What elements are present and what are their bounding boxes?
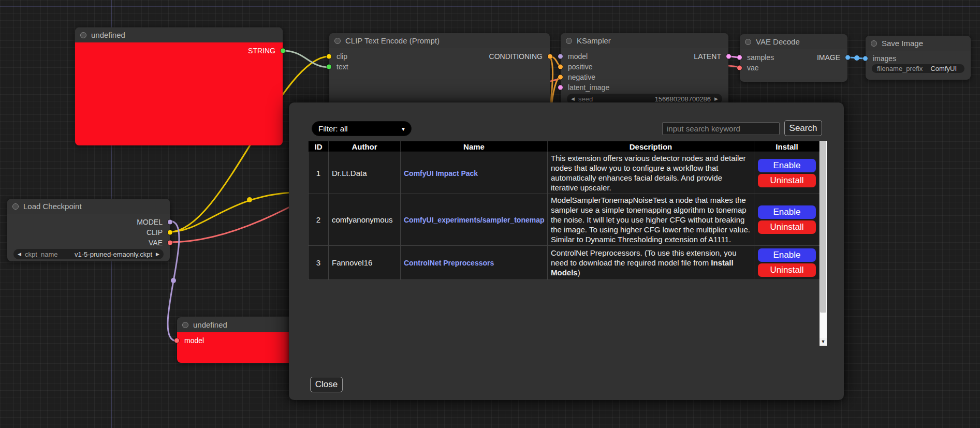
input-slot-clip[interactable]: [327, 54, 331, 59]
wire-string: [283, 51, 329, 67]
output-slot-image[interactable]: [845, 55, 850, 60]
input-slot-samples[interactable]: [737, 55, 742, 60]
node-canvas[interactable]: undefined STRING CLIP Text Encode (Promp…: [0, 0, 980, 428]
close-button[interactable]: Close: [310, 377, 343, 392]
column-header-id: ID: [309, 141, 329, 152]
collapse-dot-icon[interactable]: [80, 32, 86, 38]
collapse-dot-icon[interactable]: [745, 39, 751, 45]
collapse-dot-icon[interactable]: [334, 38, 341, 44]
increment-arrow-icon[interactable]: ▶: [714, 96, 718, 101]
input-slot-text[interactable]: [327, 65, 331, 69]
node-body-error: STRING: [75, 42, 283, 145]
enable-button[interactable]: Enable: [758, 248, 816, 262]
enable-button[interactable]: Enable: [758, 159, 816, 172]
input-slot-positive[interactable]: [558, 65, 563, 69]
column-header-author: Author: [329, 141, 401, 152]
widget-value: v1-5-pruned-emaonly.ckpt: [75, 250, 152, 258]
input-slot-label: negative: [568, 73, 595, 81]
extension-link[interactable]: ControlNet Preprocessors: [404, 259, 494, 267]
node-title: undefined: [193, 320, 227, 329]
collapse-dot-icon[interactable]: [182, 322, 188, 328]
enable-button[interactable]: Enable: [758, 205, 816, 219]
column-header-description: Description: [548, 141, 754, 152]
extension-description: ControlNet Preprocessors. (To use this e…: [548, 246, 754, 280]
extension-table: ID Author Name Description Install 1 Dr.…: [308, 141, 820, 280]
widget-label: ckpt_name: [25, 250, 58, 258]
table-row: 2 comfyanonymous ComfyUI_experiments/sam…: [309, 194, 820, 246]
output-slot-conditioning[interactable]: [548, 54, 552, 59]
node-load-checkpoint[interactable]: Load Checkpoint MODEL CLIP VAE ◀ ckpt_na…: [7, 199, 170, 261]
filter-dropdown[interactable]: Filter: all: [312, 121, 412, 136]
input-slot-label: clip: [337, 52, 347, 61]
node-titlebar[interactable]: Save Image: [866, 36, 971, 51]
node-title: KSampler: [577, 36, 611, 45]
output-slot-label: IMAGE: [817, 53, 840, 62]
scrollbar-thumb[interactable]: [820, 141, 826, 313]
extension-description: ModelSamplerTonemapNoiseTest a node that…: [548, 194, 754, 246]
extension-link[interactable]: ComfyUI_experiments/sampler_tonemap: [404, 216, 545, 224]
node-titlebar[interactable]: VAE Decode: [740, 34, 847, 49]
input-slot-model[interactable]: [174, 338, 179, 343]
extension-id: 3: [309, 246, 329, 280]
input-slot-label: vae: [747, 64, 759, 72]
collapse-dot-icon[interactable]: [566, 38, 572, 44]
extension-link[interactable]: ComfyUI Impact Pack: [404, 169, 478, 178]
collapse-dot-icon[interactable]: [871, 40, 877, 47]
output-slot-model[interactable]: [168, 220, 172, 225]
input-slot-model[interactable]: [558, 54, 563, 59]
node-title: undefined: [91, 31, 125, 39]
node-titlebar[interactable]: undefined: [75, 27, 283, 42]
node-title: Load Checkpoint: [23, 202, 82, 211]
node-save-image[interactable]: Save Image images filename_prefix ComfyU…: [866, 36, 971, 80]
table-row: 3 Fannovel16 ControlNet Preprocessors Co…: [309, 246, 820, 280]
install-cell: Enable Uninstall: [754, 152, 820, 194]
link-dot-model: [171, 278, 176, 283]
table-header-row: ID Author Name Description Install: [309, 141, 820, 152]
input-slot-images[interactable]: [863, 56, 868, 61]
node-undefined-top[interactable]: undefined STRING: [75, 27, 283, 145]
increment-arrow-icon[interactable]: ▶: [156, 252, 159, 257]
output-slot-latent[interactable]: [726, 54, 731, 59]
node-titlebar[interactable]: CLIP Text Encode (Prompt): [329, 33, 550, 48]
input-slot-label: images: [873, 54, 896, 63]
input-slot-vae[interactable]: [737, 66, 742, 70]
node-titlebar[interactable]: KSampler: [561, 33, 728, 48]
scrollbar[interactable]: ▼: [820, 141, 827, 346]
scrollbar-down-arrow-icon[interactable]: ▼: [820, 338, 827, 346]
node-titlebar[interactable]: Load Checkpoint: [7, 199, 170, 214]
input-slot-negative[interactable]: [558, 75, 563, 80]
ckpt-name-widget[interactable]: ◀ ckpt_name v1-5-pruned-emaonly.ckpt ▶: [13, 249, 164, 259]
output-slot-label: LATENT: [694, 52, 721, 61]
filename-prefix-widget[interactable]: filename_prefix ComfyUI: [872, 64, 964, 73]
node-undefined-bottom[interactable]: undefined model: [177, 317, 296, 363]
search-input[interactable]: [662, 122, 780, 135]
output-slot-vae[interactable]: [168, 241, 172, 245]
node-titlebar[interactable]: undefined: [177, 317, 296, 332]
install-cell: Enable Uninstall: [754, 194, 820, 246]
output-slot-string[interactable]: [281, 49, 285, 53]
decrement-arrow-icon[interactable]: ◀: [571, 96, 575, 101]
node-body: model LATENT positive negative latent_im…: [561, 48, 728, 104]
node-body: images filename_prefix ComfyUI: [866, 51, 971, 73]
output-slot-clip[interactable]: [168, 230, 172, 235]
node-title: CLIP Text Encode (Prompt): [345, 36, 440, 45]
widget-label: seed: [578, 95, 593, 103]
uninstall-button[interactable]: Uninstall: [758, 174, 816, 187]
output-slot-label: CLIP: [147, 228, 163, 237]
decrement-arrow-icon[interactable]: ◀: [18, 252, 21, 257]
output-slot-label: STRING: [248, 47, 275, 55]
input-slot-label: model: [568, 52, 588, 61]
extension-id: 2: [309, 194, 329, 246]
uninstall-button[interactable]: Uninstall: [758, 220, 816, 234]
link-dot-image: [854, 55, 859, 61]
install-cell: Enable Uninstall: [754, 246, 820, 280]
output-slot-label: MODEL: [137, 218, 163, 226]
node-body: samples IMAGE vae: [740, 49, 847, 73]
uninstall-button[interactable]: Uninstall: [758, 263, 816, 277]
node-vae-decode[interactable]: VAE Decode samples IMAGE vae: [740, 34, 847, 82]
input-slot-latent-image[interactable]: [558, 85, 563, 90]
extension-id: 1: [309, 152, 329, 194]
search-button[interactable]: Search: [784, 120, 822, 136]
collapse-dot-icon[interactable]: [12, 203, 19, 210]
input-slot-label: positive: [568, 63, 592, 71]
